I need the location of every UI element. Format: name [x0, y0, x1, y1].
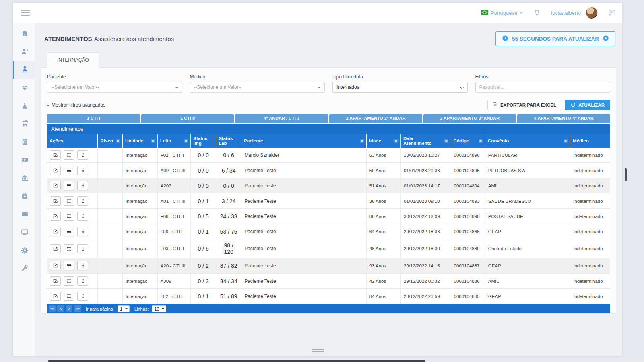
resize-handle[interactable]	[312, 348, 324, 352]
patient-person-button[interactable]	[77, 181, 88, 190]
lines-select[interactable]: 10	[152, 305, 166, 312]
export-excel-button[interactable]: EXPORTAR PARA EXCEL	[487, 100, 561, 110]
edit-button[interactable]	[50, 150, 61, 160]
edit-button[interactable]	[50, 196, 61, 206]
patient-person-button[interactable]	[77, 196, 88, 206]
column-header[interactable]: Risco	[98, 134, 123, 148]
next-page-button[interactable]: >	[66, 305, 72, 312]
medico-select[interactable]: --Selecione um Valor--	[190, 82, 325, 93]
column-header[interactable]: Leito	[157, 134, 191, 148]
app-window: Portuguese lucas.alberto	[13, 3, 622, 356]
details-list-button[interactable]	[64, 261, 74, 270]
language-selector[interactable]: Portuguese	[481, 10, 523, 16]
menu-toggle-icon[interactable]	[21, 8, 30, 17]
details-list-button[interactable]	[64, 181, 74, 190]
sidebar-item-laboratory[interactable]	[13, 97, 35, 115]
column-header[interactable]: Ações	[47, 134, 98, 148]
sidebar-item-cash[interactable]	[13, 152, 35, 170]
atualizar-button[interactable]: ATUALIZAR	[565, 100, 610, 110]
advanced-filters-link[interactable]: Mostrar filtros avançados	[47, 102, 105, 108]
column-header[interactable]: Status Lab	[216, 134, 242, 148]
sidebar-item-user-add[interactable]	[13, 43, 35, 61]
sort-arrows-icon[interactable]	[394, 139, 398, 143]
unit-header-tab[interactable]: 1 CTI II	[141, 114, 234, 123]
sort-arrows-icon[interactable]	[444, 139, 448, 143]
user-menu[interactable]: lucas.alberto	[551, 7, 598, 19]
column-header[interactable]: Idade	[366, 134, 400, 148]
column-header[interactable]: Convênio	[485, 134, 570, 148]
sort-arrows-icon[interactable]	[116, 139, 120, 143]
edit-button[interactable]	[50, 166, 61, 175]
page-select[interactable]: 1	[118, 305, 130, 312]
money-icon	[21, 156, 29, 165]
patient-person-button[interactable]	[77, 261, 88, 270]
unit-header-tab[interactable]: 2 APARTAMENTO 2º ANDAR	[329, 114, 422, 123]
column-header[interactable]: Médico	[570, 134, 610, 148]
unit-header-tab[interactable]: 4 APARTAMENTO 4º ANDAR	[517, 114, 610, 123]
timer-label: 55 SEGUNDOS PARA ATUALIZAR	[512, 36, 599, 42]
unit-headers-row: 1 CTI I1 CTI II4º ANDAR / CTI 32 APARTAM…	[47, 114, 610, 123]
sidebar-item-bank[interactable]	[13, 170, 35, 188]
patient-person-button[interactable]	[77, 244, 88, 253]
chat-bubble-icon[interactable]	[608, 10, 615, 16]
edit-button[interactable]	[50, 212, 61, 221]
edit-button[interactable]	[50, 181, 61, 190]
details-list-button[interactable]	[64, 227, 74, 236]
tipo-data-select[interactable]: Internados	[332, 82, 468, 93]
sidebar-item-billing[interactable]	[13, 134, 35, 152]
unit-header-tab[interactable]: 4º ANDAR / CTI 3	[235, 114, 328, 123]
details-list-button[interactable]	[64, 292, 74, 301]
column-header[interactable]: Unidade	[122, 134, 157, 148]
details-list-button[interactable]	[64, 166, 74, 175]
column-header[interactable]: Data Atendimento	[401, 134, 451, 148]
patient-person-button[interactable]	[77, 212, 88, 221]
sort-arrows-icon[interactable]	[479, 139, 483, 143]
horizontal-scrollbar[interactable]	[48, 360, 425, 362]
sort-arrows-icon[interactable]	[360, 139, 364, 143]
details-list-button[interactable]	[64, 276, 74, 286]
sort-arrows-icon[interactable]	[151, 139, 155, 143]
cell-convenio: AMIL	[485, 178, 570, 193]
sidebar-item-heartbeat[interactable]	[13, 79, 35, 97]
sidebar-item-home[interactable]	[13, 25, 35, 43]
cell-risco	[98, 258, 123, 274]
column-header[interactable]: Status Img	[191, 134, 216, 148]
tab-internacao[interactable]: INTERNAÇÃO	[47, 52, 99, 68]
first-page-button[interactable]: <<	[49, 305, 56, 312]
unit-header-tab[interactable]: 3 APARTAMENTO 3º ANDAR	[423, 114, 516, 123]
notifications-bell-icon[interactable]	[533, 9, 541, 16]
sort-arrows-icon[interactable]	[184, 139, 188, 143]
prev-page-button[interactable]: <	[57, 305, 64, 312]
sort-arrows-icon[interactable]	[564, 139, 568, 143]
patient-person-button[interactable]	[77, 166, 88, 175]
details-list-button[interactable]	[64, 212, 74, 221]
sidebar-item-monitor[interactable]	[13, 224, 35, 242]
sidebar-item-attendances[interactable]	[13, 61, 35, 79]
vertical-scrollbar[interactable]	[625, 168, 627, 181]
sidebar-item-hospital[interactable]	[13, 188, 35, 206]
edit-button[interactable]	[50, 292, 61, 301]
sidebar-item-maintenance[interactable]	[13, 260, 35, 278]
details-list-button[interactable]	[64, 244, 74, 253]
column-header[interactable]: Paciente	[242, 134, 367, 148]
column-header[interactable]: Código	[451, 134, 485, 148]
details-list-button[interactable]	[64, 150, 74, 160]
cell-convenio: AMIL	[485, 274, 570, 289]
sidebar-item-purchases[interactable]	[13, 115, 35, 134]
last-page-button[interactable]: >>	[74, 305, 81, 312]
patient-person-button[interactable]	[77, 292, 88, 301]
sidebar-item-settings[interactable]	[13, 242, 35, 260]
patient-person-button[interactable]	[77, 227, 88, 236]
details-list-button[interactable]	[64, 196, 74, 206]
unit-header-tab[interactable]: 1 CTI I	[47, 114, 140, 123]
edit-button[interactable]	[50, 276, 61, 286]
edit-button[interactable]	[50, 244, 61, 253]
patient-person-button[interactable]	[77, 150, 88, 160]
edit-button[interactable]	[50, 227, 61, 236]
refresh-countdown-button[interactable]: 55 SEGUNDOS PARA ATUALIZAR	[495, 31, 615, 46]
sidebar-item-reports[interactable]	[13, 206, 35, 224]
patient-person-button[interactable]	[77, 276, 88, 286]
edit-button[interactable]	[50, 261, 61, 270]
paciente-select[interactable]: --Selecione um Valor--	[47, 82, 182, 93]
search-input[interactable]	[475, 82, 611, 93]
